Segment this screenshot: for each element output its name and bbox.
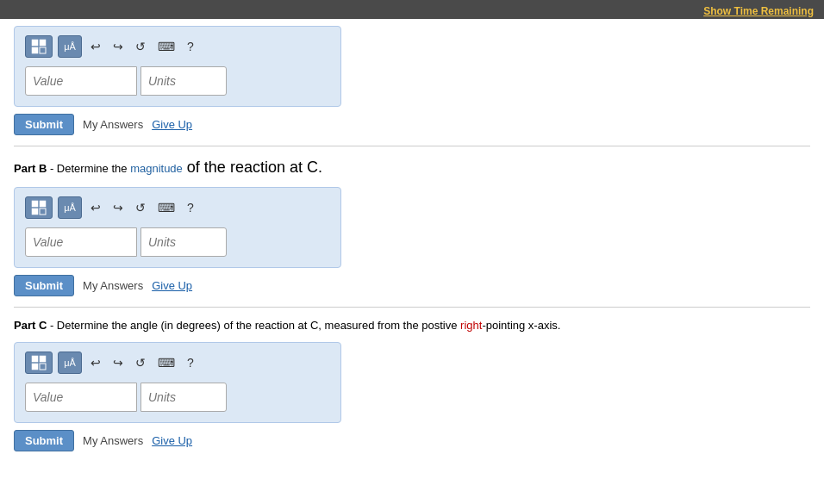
part-c-label: Part C - Determine the angle (in degrees… xyxy=(14,318,810,333)
submit-button-c[interactable]: Submit xyxy=(14,430,74,451)
svg-rect-8 xyxy=(32,356,38,362)
refresh-button-a[interactable]: ↺ xyxy=(132,35,149,58)
redo-button-b[interactable]: ↪ xyxy=(109,196,127,219)
help-button-c[interactable]: ? xyxy=(184,352,197,374)
mu-button-b[interactable]: μÅ xyxy=(58,196,82,219)
give-up-c[interactable]: Give Up xyxy=(152,434,192,447)
part-b-submit-row: Submit My Answers Give Up xyxy=(14,275,810,296)
my-answers-a[interactable]: My Answers xyxy=(83,118,143,131)
top-bar: Show Time Remaining xyxy=(0,0,824,19)
svg-rect-6 xyxy=(32,208,38,215)
svg-rect-0 xyxy=(32,40,38,46)
divider-bc xyxy=(14,307,810,308)
part-c-input-row xyxy=(25,383,330,412)
svg-rect-10 xyxy=(32,364,38,370)
grid-button-a[interactable] xyxy=(25,35,53,58)
part-b-rest: of the reaction at C. xyxy=(183,159,322,176)
value-input-c[interactable] xyxy=(25,383,137,412)
my-answers-b[interactable]: My Answers xyxy=(83,279,143,292)
value-input-a[interactable] xyxy=(25,66,137,96)
redo-button-c[interactable]: ↪ xyxy=(109,352,127,374)
mu-button-a[interactable]: μÅ xyxy=(58,35,82,58)
grid-button-b[interactable] xyxy=(25,196,53,219)
part-c-text: - Determine the angle (in degrees) of th… xyxy=(47,319,560,332)
my-answers-c[interactable]: My Answers xyxy=(83,434,143,447)
units-input-b[interactable] xyxy=(140,227,227,257)
main-content: μÅ ↩ ↪ ↺ ⌨ ? Submit My Answers Give Up P… xyxy=(0,19,824,465)
part-c-submit-row: Submit My Answers Give Up xyxy=(14,430,810,451)
part-b-label: Part B - Determine the magnitude of the … xyxy=(14,157,810,178)
mu-button-c[interactable]: μÅ xyxy=(58,352,82,374)
divider-ab xyxy=(14,146,810,146)
mu-label-b: μÅ xyxy=(64,202,76,213)
keyboard-button-b[interactable]: ⌨ xyxy=(154,196,178,219)
submit-button-b[interactable]: Submit xyxy=(14,275,74,296)
part-b-answer-box: μÅ ↩ ↪ ↺ ⌨ ? xyxy=(14,187,341,268)
refresh-button-c[interactable]: ↺ xyxy=(132,352,149,374)
keyboard-button-c[interactable]: ⌨ xyxy=(154,352,178,374)
units-input-a[interactable] xyxy=(140,66,227,96)
grid-button-c[interactable] xyxy=(25,352,53,374)
undo-button-c[interactable]: ↩ xyxy=(87,352,104,374)
part-a-answer-box: μÅ ↩ ↪ ↺ ⌨ ? xyxy=(14,26,341,107)
value-input-b[interactable] xyxy=(25,227,137,257)
svg-rect-9 xyxy=(40,356,46,362)
part-a-input-row xyxy=(25,66,330,96)
undo-button-a[interactable]: ↩ xyxy=(87,35,104,58)
part-c-toolbar: μÅ ↩ ↪ ↺ ⌨ ? xyxy=(25,352,330,374)
undo-button-b[interactable]: ↩ xyxy=(87,196,104,219)
part-b-dash: - Determine the xyxy=(47,162,130,175)
mu-label-c: μÅ xyxy=(64,358,76,368)
svg-rect-11 xyxy=(40,364,46,370)
units-input-c[interactable] xyxy=(140,383,227,412)
submit-button-a[interactable]: Submit xyxy=(14,114,74,135)
svg-rect-1 xyxy=(40,40,46,46)
give-up-b[interactable]: Give Up xyxy=(152,279,192,292)
part-c-id: Part C xyxy=(14,319,47,332)
part-c-right: right xyxy=(460,319,482,332)
give-up-a[interactable]: Give Up xyxy=(152,118,192,131)
help-button-b[interactable]: ? xyxy=(184,196,197,219)
mu-label-a: μÅ xyxy=(64,41,76,52)
part-b-toolbar: μÅ ↩ ↪ ↺ ⌨ ? xyxy=(25,196,330,219)
part-b-magnitude: magnitude xyxy=(130,162,183,175)
part-c-answer-box: μÅ ↩ ↪ ↺ ⌨ ? xyxy=(14,342,341,423)
svg-rect-3 xyxy=(40,47,46,53)
svg-rect-2 xyxy=(32,47,38,53)
show-time-link[interactable]: Show Time Remaining xyxy=(703,5,814,17)
redo-button-a[interactable]: ↪ xyxy=(109,35,127,58)
part-b-input-row xyxy=(25,227,330,257)
svg-rect-5 xyxy=(40,201,46,207)
part-b-id: Part B xyxy=(14,162,47,175)
part-a-toolbar: μÅ ↩ ↪ ↺ ⌨ ? xyxy=(25,35,330,58)
part-a-submit-row: Submit My Answers Give Up xyxy=(14,114,810,135)
refresh-button-b[interactable]: ↺ xyxy=(132,196,149,219)
svg-rect-4 xyxy=(32,201,38,207)
svg-rect-7 xyxy=(40,208,46,215)
help-button-a[interactable]: ? xyxy=(184,35,197,58)
keyboard-button-a[interactable]: ⌨ xyxy=(154,35,178,58)
